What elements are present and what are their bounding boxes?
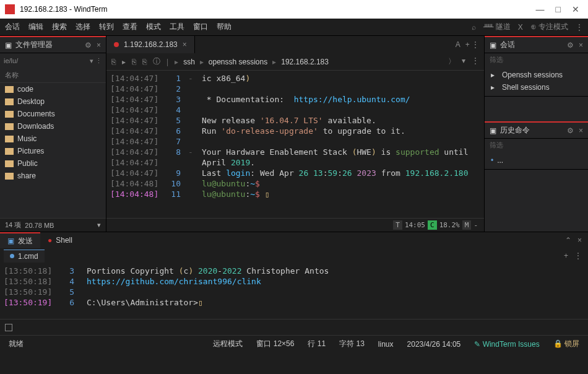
session-folder[interactable]: ▸Shell sessions: [487, 81, 586, 94]
minimize-button[interactable]: —: [536, 4, 545, 14]
gear-icon[interactable]: ⚙: [567, 41, 574, 50]
gear-icon[interactable]: ⚙: [567, 126, 574, 135]
window-title: 192.168.2.183 - WindTerm: [20, 5, 536, 14]
more-icon[interactable]: ⋮: [574, 251, 582, 260]
file-row[interactable]: Pictures: [0, 145, 106, 157]
chevron-down-icon[interactable]: ▾ ⋮: [90, 57, 102, 65]
close-icon[interactable]: ×: [579, 41, 583, 50]
add-icon[interactable]: +: [564, 251, 568, 260]
toolbar-icon[interactable]: ⎘: [142, 58, 147, 66]
tab-send[interactable]: ▣发送: [0, 232, 40, 248]
toolbar-icon[interactable]: ⎘: [132, 58, 136, 66]
status-datetime: 2023/4/26 14:05: [407, 340, 461, 349]
gear-icon[interactable]: ⚙: [85, 41, 92, 50]
nav-back-icon[interactable]: 〉: [448, 56, 456, 67]
menubar: 会话 编辑 搜索 选择 转到 查看 模式 工具 窗口 帮助 ⌕ ᚊ 隧道 X ⊕…: [0, 19, 588, 36]
file-row[interactable]: share: [0, 170, 106, 182]
tab-shell[interactable]: ●Shell: [40, 232, 80, 248]
menu-session[interactable]: 会话: [5, 22, 20, 32]
toolbar-icon[interactable]: ▸: [122, 58, 126, 66]
tab-close-icon[interactable]: ×: [183, 40, 187, 49]
session-folder[interactable]: ▸Openssh sessions: [487, 69, 586, 81]
menu-help[interactable]: 帮助: [217, 22, 231, 32]
history-icon: ▣: [490, 126, 496, 135]
more-icon[interactable]: + ⋮: [465, 40, 479, 49]
file-size: 20.78 MB: [25, 222, 54, 229]
stop-icon[interactable]: [5, 324, 12, 331]
folder-icon: [5, 123, 14, 130]
file-name: Desktop: [17, 97, 45, 106]
history-item[interactable]: •...: [487, 154, 586, 167]
menu-tools[interactable]: 工具: [170, 22, 184, 32]
right-sidebar: ▣ 会话 ⚙× 筛选 ▸Openssh sessions ▸Shell sess…: [484, 36, 588, 232]
folder-icon: [5, 160, 14, 167]
chevron-down-icon[interactable]: ▾: [97, 221, 101, 229]
file-manager-title: 文件管理器: [15, 40, 81, 50]
session-tab[interactable]: 1.192.168.2.183 ×: [106, 36, 195, 53]
file-row[interactable]: Music: [0, 133, 106, 145]
focus-mode-button[interactable]: ⊕ 专注模式: [530, 22, 568, 32]
terminal[interactable]: [14:04:47]1-ic x86_64)[14:04:47]2[14:04:…: [106, 71, 484, 218]
column-name[interactable]: 名称: [0, 68, 106, 83]
lock-button[interactable]: 🔒 锁屏: [553, 339, 579, 349]
close-icon[interactable]: ×: [579, 126, 583, 135]
status-remote[interactable]: 远程模式: [213, 339, 243, 349]
chevron-up-icon[interactable]: ⌃: [565, 236, 571, 245]
crumb-path[interactable]: ie/lu/: [4, 57, 18, 64]
tab-modified-dot: [114, 42, 119, 47]
folder-icon: [5, 111, 14, 118]
app-icon: [5, 4, 15, 14]
file-name: code: [17, 85, 33, 94]
status-line: 行 11: [308, 339, 326, 349]
path-category[interactable]: openssh sessions: [209, 58, 267, 66]
file-list: 名称 codeDesktopDocumentsDownloadsMusicPic…: [0, 68, 106, 218]
folder-icon: [5, 173, 14, 180]
issues-link[interactable]: ✎ WindTerm Issues: [474, 340, 539, 349]
sessions-filter[interactable]: 筛选: [485, 53, 588, 66]
menu-goto[interactable]: 转到: [99, 22, 114, 32]
file-name: Pictures: [17, 147, 44, 155]
maximize-button[interactable]: □: [556, 4, 561, 14]
more-icon[interactable]: ⋮: [472, 56, 479, 67]
status-winsize: 窗口 12×56: [256, 339, 294, 349]
shell-terminal[interactable]: [13:50:18]3Portions Copyright (c) 2020-2…: [0, 263, 588, 319]
path-host[interactable]: 192.168.2.183: [281, 58, 329, 66]
editor-area: 1.192.168.2.183 × A+ ⋮ ⎘ ▸ ⎘ ⎘ ⓘ | ▸ssh▸…: [106, 36, 484, 232]
path-ssh[interactable]: ssh: [183, 58, 195, 66]
file-row[interactable]: Public: [0, 157, 106, 170]
file-count: 14 项: [5, 220, 21, 230]
file-row[interactable]: code: [0, 83, 106, 95]
x-button[interactable]: X: [518, 23, 523, 32]
menu-edit[interactable]: 编辑: [28, 22, 43, 32]
folder-icon: [5, 148, 14, 155]
folder-icon: [5, 136, 14, 142]
tunnel-button[interactable]: ᚊ 隧道: [483, 22, 510, 32]
file-row[interactable]: Downloads: [0, 120, 106, 133]
menu-search[interactable]: 搜索: [52, 22, 67, 32]
bottom-panel: ▣发送 ●Shell ⌃× 1.cmd +⋮ [13:50:18]3Portio…: [0, 232, 588, 335]
search-icon[interactable]: ⌕: [472, 23, 476, 32]
chevron-down-icon[interactable]: ▾: [462, 56, 465, 67]
sessions-icon: ▣: [490, 41, 496, 50]
menu-mode[interactable]: 模式: [146, 22, 161, 32]
sessions-title: 会话: [500, 40, 563, 50]
dot-icon: [10, 254, 14, 258]
toolbar-icon[interactable]: ⎘: [111, 58, 116, 66]
statusbar: 就绪 远程模式 窗口 12×56 行 11 字符 13 linux 2023/4…: [0, 335, 588, 352]
font-button[interactable]: A: [456, 40, 460, 49]
file-row[interactable]: Documents: [0, 108, 106, 120]
menu-select[interactable]: 选择: [76, 22, 90, 32]
menu-window[interactable]: 窗口: [193, 22, 208, 32]
close-button[interactable]: ✕: [572, 4, 579, 14]
info-icon[interactable]: ⓘ: [153, 56, 160, 67]
menu-view[interactable]: 查看: [123, 22, 137, 32]
file-row[interactable]: Desktop: [0, 95, 106, 108]
panel-icon: ▣: [5, 41, 12, 50]
history-filter[interactable]: 筛选: [485, 139, 588, 152]
titlebar: 192.168.2.183 - WindTerm — □ ✕: [0, 0, 588, 19]
file-name: Documents: [17, 110, 55, 118]
close-panel-icon[interactable]: ×: [97, 41, 101, 50]
close-icon[interactable]: ×: [577, 236, 582, 245]
menu-more-icon[interactable]: ⋮: [576, 23, 583, 32]
shell-tab[interactable]: 1.cmd: [4, 250, 45, 263]
